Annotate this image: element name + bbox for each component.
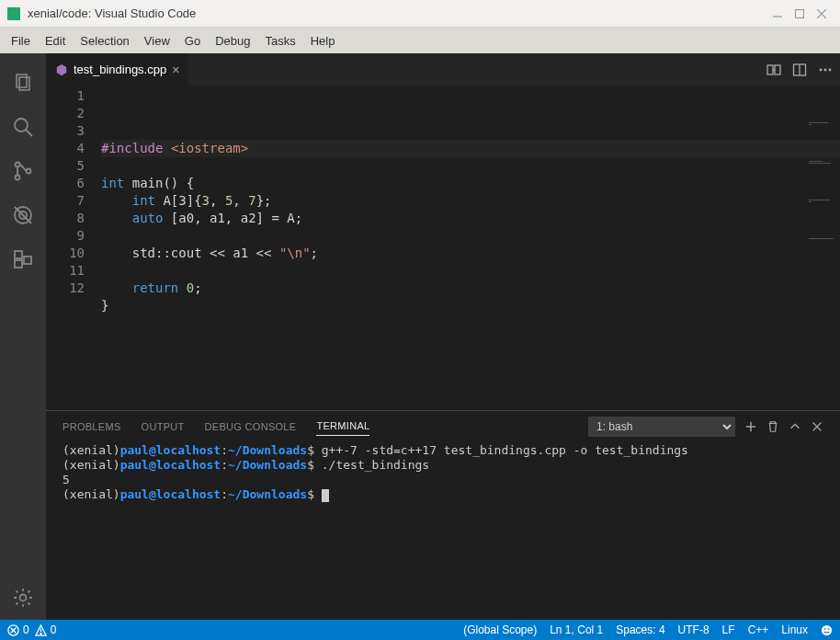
more-actions-icon[interactable] — [818, 63, 833, 77]
menu-view[interactable]: View — [137, 30, 177, 51]
status-eol[interactable]: LF — [722, 623, 735, 636]
svg-point-10 — [27, 169, 31, 174]
status-warnings[interactable]: 0 — [35, 623, 57, 636]
svg-point-24 — [829, 68, 832, 71]
editor-tab[interactable]: test_bindings.cpp × — [46, 53, 188, 86]
os-titlebar: xenial/code: Visual Studio Code — [0, 0, 840, 28]
close-window-button[interactable] — [811, 3, 833, 25]
maximize-button[interactable] — [789, 3, 811, 25]
svg-point-36 — [828, 628, 830, 630]
svg-point-8 — [16, 163, 20, 167]
menu-bar: FileEditSelectionViewGoDebugTasksHelp — [0, 28, 840, 53]
code-editor[interactable]: 123456789101112 #include <iostream>int m… — [46, 86, 840, 410]
code-content[interactable]: #include <iostream>int main() { int A[3]… — [101, 86, 840, 410]
menu-file[interactable]: File — [4, 30, 38, 51]
app-icon — [7, 7, 20, 20]
tab-debug-console[interactable]: DEBUG CONSOLE — [205, 417, 297, 436]
status-position[interactable]: Ln 1, Col 1 — [550, 623, 603, 636]
svg-point-23 — [824, 68, 827, 71]
new-terminal-icon[interactable] — [744, 420, 757, 433]
tab-filename: test_bindings.cpp — [74, 63, 166, 76]
panel-tab-bar: PROBLEMS OUTPUT DEBUG CONSOLE TERMINAL 1… — [46, 411, 840, 441]
terminal-selector[interactable]: 1: bash — [588, 417, 735, 437]
tab-problems[interactable]: PROBLEMS — [62, 417, 121, 436]
status-scope[interactable]: (Global Scope) — [463, 623, 537, 636]
tab-terminal[interactable]: TERMINAL — [316, 417, 369, 436]
tab-output[interactable]: OUTPUT — [142, 417, 185, 436]
close-panel-icon[interactable] — [811, 420, 823, 433]
svg-rect-5 — [19, 77, 29, 90]
editor-column: test_bindings.cpp × 123456789101112 #inc… — [46, 53, 840, 620]
line-number-gutter: 123456789101112 — [46, 86, 101, 410]
compare-changes-icon[interactable] — [766, 63, 781, 77]
tab-actions — [766, 53, 840, 86]
svg-rect-18 — [767, 65, 773, 74]
svg-rect-19 — [775, 65, 780, 74]
svg-rect-14 — [15, 251, 22, 258]
status-indent[interactable]: Spaces: 4 — [616, 623, 664, 636]
svg-point-9 — [16, 176, 20, 180]
svg-point-6 — [15, 119, 28, 131]
menu-help[interactable]: Help — [303, 30, 343, 51]
cpp-file-icon — [55, 63, 68, 76]
svg-line-7 — [26, 130, 32, 136]
svg-point-33 — [40, 633, 41, 634]
window-title: xenial/code: Visual Studio Code — [28, 6, 766, 20]
svg-point-17 — [20, 595, 27, 601]
split-editor-icon[interactable] — [792, 63, 807, 77]
bottom-panel: PROBLEMS OUTPUT DEBUG CONSOLE TERMINAL 1… — [46, 410, 840, 620]
tab-close-icon[interactable]: × — [172, 63, 179, 77]
menu-debug[interactable]: Debug — [208, 30, 257, 51]
menu-selection[interactable]: Selection — [73, 30, 136, 51]
minimap[interactable] — [809, 87, 836, 100]
status-language[interactable]: C++ — [748, 623, 769, 636]
tab-bar: test_bindings.cpp × — [46, 53, 840, 86]
activity-bar — [0, 53, 46, 620]
status-os[interactable]: Linux — [781, 623, 808, 636]
panel-actions: 1: bash — [588, 417, 823, 437]
svg-rect-1 — [796, 9, 804, 17]
minimize-button[interactable] — [766, 3, 789, 25]
svg-rect-4 — [17, 74, 27, 87]
menu-go[interactable]: Go — [177, 30, 208, 51]
feedback-icon[interactable] — [821, 624, 833, 636]
explorer-icon[interactable] — [0, 61, 46, 105]
svg-rect-15 — [15, 260, 22, 268]
menu-edit[interactable]: Edit — [38, 30, 73, 51]
kill-terminal-icon[interactable] — [766, 420, 779, 433]
extensions-icon[interactable] — [0, 237, 46, 281]
search-icon[interactable] — [0, 105, 46, 149]
svg-point-22 — [820, 68, 823, 71]
terminal-content[interactable]: (xenial)paul@localhost:~/Downloads$ g++-… — [46, 441, 840, 620]
svg-rect-16 — [24, 257, 31, 264]
svg-point-35 — [824, 628, 826, 630]
menu-tasks[interactable]: Tasks — [257, 30, 302, 51]
maximize-panel-icon[interactable] — [789, 420, 801, 433]
workbench: test_bindings.cpp × 123456789101112 #inc… — [0, 53, 840, 620]
debug-icon[interactable] — [0, 193, 46, 237]
status-encoding[interactable]: UTF-8 — [678, 623, 709, 636]
status-errors[interactable]: 0 — [7, 623, 29, 636]
settings-gear-icon[interactable] — [0, 576, 46, 620]
source-control-icon[interactable] — [0, 149, 46, 193]
svg-point-34 — [822, 624, 832, 634]
status-bar: 0 0 (Global Scope) Ln 1, Col 1 Spaces: 4… — [0, 620, 840, 640]
